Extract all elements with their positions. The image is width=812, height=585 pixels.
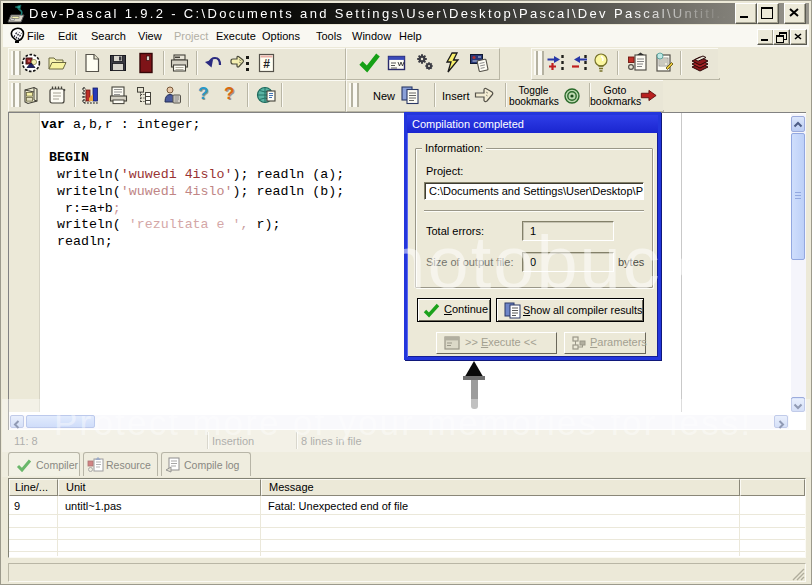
svg-text:#: # [263,57,270,71]
